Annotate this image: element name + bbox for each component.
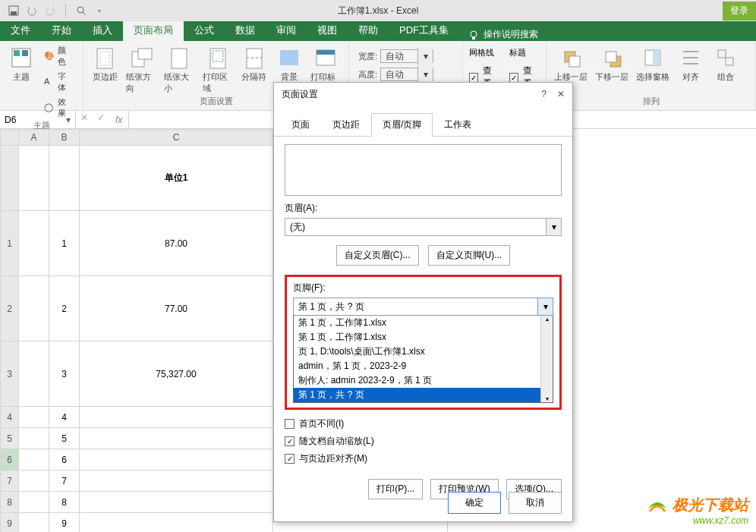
colors-button[interactable]: 🎨颜色 — [41, 44, 77, 68]
row-header[interactable]: 2 — [0, 276, 19, 342]
col-header-B[interactable]: B — [49, 129, 80, 146]
login-button[interactable]: 登录 — [723, 2, 756, 20]
tab-view[interactable]: 视图 — [307, 20, 348, 41]
tab-layout[interactable]: 页面布局 — [123, 20, 184, 41]
group-button[interactable]: 组合 — [710, 44, 741, 84]
height-combo[interactable]: 自动▾ — [380, 68, 433, 81]
tab-pdf[interactable]: PDF工具集 — [389, 20, 459, 41]
cell[interactable]: 77.00 — [80, 276, 273, 342]
cell[interactable]: 5 — [49, 428, 80, 449]
cell[interactable] — [49, 146, 80, 211]
cell[interactable]: 3 — [49, 342, 80, 407]
printarea-button[interactable]: 打印区域 — [201, 44, 235, 96]
redo-icon[interactable] — [44, 5, 56, 17]
tab-review[interactable]: 审阅 — [266, 20, 307, 41]
cell[interactable] — [19, 492, 49, 513]
background-button[interactable]: 背景 — [274, 44, 304, 84]
cell[interactable] — [19, 276, 49, 342]
name-box[interactable]: D6▾ — [0, 111, 76, 128]
cell[interactable] — [19, 146, 49, 211]
cell[interactable]: 8 — [49, 492, 80, 513]
themes-button[interactable]: 主题 — [6, 44, 36, 84]
cell[interactable] — [80, 449, 273, 471]
align-margin-check[interactable]: ✓与页边距对齐(M) — [285, 452, 562, 465]
cell[interactable]: 4 — [49, 407, 80, 428]
cell[interactable] — [19, 342, 49, 407]
tell-me[interactable]: 操作说明搜索 — [459, 28, 547, 41]
diff-first-check[interactable]: 首页不同(I) — [285, 417, 562, 430]
cell[interactable] — [80, 492, 273, 513]
undo-icon[interactable] — [26, 5, 38, 17]
breaks-button[interactable]: 分隔符 — [239, 44, 269, 84]
footer-option-5[interactable]: 第 1 页，共 ? 页 — [294, 388, 553, 402]
tab-data[interactable]: 数据 — [225, 20, 266, 41]
cell[interactable]: 2 — [49, 276, 80, 342]
width-combo[interactable]: 自动▾ — [380, 49, 433, 63]
cell[interactable] — [80, 428, 273, 449]
tab-home[interactable]: 开始 — [41, 20, 82, 41]
row-header[interactable]: 1 — [0, 211, 19, 276]
bringforward-button[interactable]: 上移一层 — [553, 44, 589, 84]
cell[interactable]: 6 — [49, 449, 80, 471]
qat-customize-icon[interactable]: ▾ — [93, 5, 106, 17]
cancel-button[interactable]: 取消 — [509, 492, 562, 514]
cell[interactable]: 1 — [49, 211, 80, 276]
align-button[interactable]: 对齐 — [676, 44, 706, 84]
fonts-button[interactable]: A字体 — [41, 70, 77, 94]
cell[interactable]: 单位1 — [80, 146, 273, 211]
tab-help[interactable]: 帮助 — [348, 20, 389, 41]
col-header-C[interactable]: C — [80, 129, 273, 146]
preview-icon[interactable] — [75, 5, 87, 17]
row-header[interactable]: 3 — [0, 342, 19, 407]
fx-confirm[interactable]: ✓ — [93, 111, 109, 128]
row-header[interactable]: 8 — [0, 492, 19, 513]
dialog-tab-sheet[interactable]: 工作表 — [433, 113, 483, 137]
cell[interactable]: 9 — [49, 513, 80, 532]
fx-cancel[interactable]: ✕ — [76, 111, 93, 128]
tab-insert[interactable]: 插入 — [82, 20, 123, 41]
row-header[interactable]: 6 — [0, 449, 19, 471]
tab-file[interactable]: 文件 — [0, 20, 41, 41]
margins-button[interactable]: 页边距 — [90, 44, 120, 84]
cell[interactable] — [19, 471, 49, 492]
footer-option-0[interactable]: 第 1 页，工作簿1.xlsx — [294, 316, 553, 330]
cell[interactable]: 7 — [49, 471, 80, 492]
print-button[interactable]: 打印(P)... — [368, 479, 423, 499]
cell[interactable] — [19, 211, 49, 276]
cell[interactable] — [80, 471, 273, 492]
custom-header-button[interactable]: 自定义页眉(C)... — [336, 245, 419, 266]
header-combo[interactable]: (无) ▾ — [285, 218, 562, 236]
dialog-tab-margins[interactable]: 页边距 — [321, 113, 371, 137]
footer-option-3[interactable]: admin，第 1 页，2023-2-9 — [294, 359, 553, 373]
help-icon[interactable]: ? — [541, 89, 547, 99]
dropdown-scrollbar[interactable]: ▴ ▾ — [540, 316, 553, 402]
cell[interactable] — [80, 407, 273, 428]
row-header[interactable]: 7 — [0, 471, 19, 492]
size-button[interactable]: 纸张大小 — [162, 44, 196, 96]
cell[interactable] — [19, 428, 49, 449]
tab-formula[interactable]: 公式 — [184, 20, 225, 41]
row-header[interactable] — [0, 146, 19, 211]
cell[interactable] — [19, 407, 49, 428]
orientation-button[interactable]: 纸张方向 — [124, 44, 158, 96]
row-header[interactable]: 5 — [0, 428, 19, 449]
footer-option-4[interactable]: 制作人: admin 2023-2-9，第 1 页 — [294, 373, 553, 388]
col-header-A[interactable]: A — [19, 129, 49, 146]
select-all-corner[interactable] — [0, 129, 19, 146]
close-icon[interactable]: ✕ — [557, 89, 565, 99]
selectionpane-button[interactable]: 选择窗格 — [635, 44, 671, 84]
dialog-tab-page[interactable]: 页面 — [280, 113, 321, 137]
cell[interactable] — [80, 513, 273, 532]
cell[interactable] — [19, 513, 49, 532]
row-header[interactable]: 4 — [0, 407, 19, 428]
sendback-button[interactable]: 下移一层 — [594, 44, 630, 84]
scale-doc-check[interactable]: ✓随文档自动缩放(L) — [285, 435, 562, 448]
cell[interactable] — [19, 449, 49, 471]
row-header[interactable]: 9 — [0, 513, 19, 532]
cell[interactable]: 87.00 — [80, 211, 273, 276]
footer-option-2[interactable]: 页 1, D:\tools\桌面\工作簿1.xlsx — [294, 345, 553, 359]
custom-footer-button[interactable]: 自定义页脚(U)... — [428, 245, 511, 266]
save-icon[interactable] — [8, 5, 20, 17]
cell[interactable]: 75,327.00 — [80, 342, 273, 407]
dialog-tab-hf[interactable]: 页眉/页脚 — [371, 113, 433, 137]
